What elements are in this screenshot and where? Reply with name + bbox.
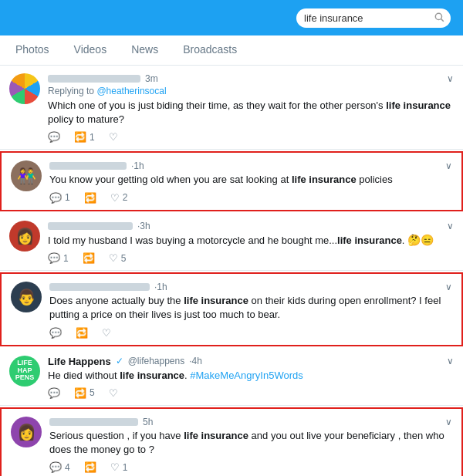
username-bar xyxy=(48,222,133,230)
like-action[interactable]: ♡5 xyxy=(109,252,127,264)
handle: @lifehappens xyxy=(128,356,185,366)
nav-tabs: Photos Videos News Broadcasts xyxy=(0,35,463,66)
tweet-content: 3m ∨ Replying to @heatherinsocal Which o… xyxy=(48,73,454,143)
tweet-row: 3m ∨ Replying to @heatherinsocal Which o… xyxy=(0,66,463,150)
chevron-down-icon[interactable]: ∨ xyxy=(445,282,452,292)
tweet-actions: 💬1 🔁 ♡2 xyxy=(49,192,452,204)
retweet-action[interactable]: 🔁1 xyxy=(74,131,95,143)
like-action[interactable]: ♡1 xyxy=(110,461,128,473)
like-action[interactable]: ♡2 xyxy=(110,192,128,204)
tweet-actions: 💬4 🔁 ♡1 xyxy=(49,461,452,473)
reply-action[interactable]: 💬 xyxy=(48,131,60,143)
tweet-row: LIFEHAPPENS Life Happens ✓ @lifehappens … xyxy=(0,348,463,406)
username-bar xyxy=(49,418,138,426)
tab-photos[interactable]: Photos xyxy=(12,35,52,65)
chevron-down-icon[interactable]: ∨ xyxy=(445,160,452,171)
tweet-row: 👩 ·3h ∨ I told my husband I was buying a… xyxy=(0,213,463,272)
reply-action[interactable]: 💬4 xyxy=(49,461,70,473)
retweet-action[interactable]: 🔁 xyxy=(76,327,88,339)
reply-action[interactable]: 💬 xyxy=(48,387,60,399)
tweet-actions: 💬1 🔁 ♡5 xyxy=(48,252,454,264)
avatar: LIFEHAPPENS xyxy=(9,356,40,387)
username-bar xyxy=(48,75,140,83)
chevron-down-icon[interactable]: ∨ xyxy=(447,356,454,366)
avatar: 👩 xyxy=(11,417,42,447)
chevron-down-icon[interactable]: ∨ xyxy=(445,417,452,427)
tweet-text: I told my husband I was buying a motorcy… xyxy=(48,233,454,248)
tweet-row: 👨 ·1h ∨ Does anyone actually buy the lif… xyxy=(0,272,463,346)
avatar: 👫 xyxy=(11,160,42,191)
tweet-actions: 💬 🔁1 ♡ xyxy=(48,131,454,143)
tweet-actions: 💬 🔁5 ♡ xyxy=(48,387,454,399)
verified-icon: ✓ xyxy=(116,356,123,366)
tweet-text: Does anyone actually buy the life insura… xyxy=(49,294,452,322)
chevron-down-icon[interactable]: ∨ xyxy=(447,221,454,231)
tab-broadcasts[interactable]: Broadcasts xyxy=(180,35,240,65)
username-bar xyxy=(49,162,127,170)
tweet-row: 👩 5h ∨ Serious question , if you have li… xyxy=(0,407,463,476)
reply-action[interactable]: 💬1 xyxy=(48,252,69,264)
reply-action[interactable]: 💬1 xyxy=(49,192,70,204)
tweet-feed: 3m ∨ Replying to @heatherinsocal Which o… xyxy=(0,66,463,476)
search-box[interactable] xyxy=(296,8,451,28)
tweet-text: Which one of you is just biding their ti… xyxy=(48,99,454,127)
tweet-time: ·4h xyxy=(189,356,202,366)
retweet-action[interactable]: 🔁 xyxy=(83,252,95,264)
tweet-text: Serious question , if you have life insu… xyxy=(49,429,452,457)
avatar xyxy=(9,73,40,104)
tweet-content: ·1h ∨ Does anyone actually buy the life … xyxy=(49,282,452,338)
search-icon[interactable] xyxy=(434,12,444,25)
tweet-content: ·1h ∨ You know your getting old when you… xyxy=(49,160,452,203)
tweet-time: ·1h xyxy=(131,160,144,171)
like-action[interactable]: ♡ xyxy=(102,327,111,339)
tweet-content: 5h ∨ Serious question , if you have life… xyxy=(49,417,452,473)
username-bar xyxy=(49,283,150,291)
tweet-time: 5h xyxy=(143,417,153,427)
tweet-content: ·3h ∨ I told my husband I was buying a m… xyxy=(48,221,454,265)
tweet-content: Life Happens ✓ @lifehappens ·4h ∨ He die… xyxy=(48,356,454,399)
search-input[interactable] xyxy=(304,12,434,24)
tweet-time: ·1h xyxy=(154,282,167,292)
avatar: 👨 xyxy=(11,282,42,312)
retweet-action[interactable]: 🔁 xyxy=(84,461,96,473)
like-action[interactable]: ♡ xyxy=(109,131,118,143)
svg-point-0 xyxy=(435,13,441,19)
chevron-down-icon[interactable]: ∨ xyxy=(447,73,454,84)
tweet-time: ·3h xyxy=(137,221,150,231)
reply-action[interactable]: 💬 xyxy=(49,327,62,339)
tab-videos[interactable]: Videos xyxy=(71,35,110,65)
tweet-text: You know your getting old when you are s… xyxy=(49,173,452,187)
reply-to-line: Replying to @heatherinsocal xyxy=(48,86,454,96)
tweet-time: 3m xyxy=(145,73,158,84)
tweet-text: He died without life insurance. #MakeMeA… xyxy=(48,369,454,383)
display-name: Life Happens xyxy=(48,356,111,367)
avatar: 👩 xyxy=(9,221,40,252)
like-action[interactable]: ♡ xyxy=(109,387,118,399)
top-bar xyxy=(0,0,463,35)
reply-to-link[interactable]: @heatherinsocal xyxy=(96,86,166,96)
tweet-actions: 💬 🔁 ♡ xyxy=(49,327,452,339)
retweet-action[interactable]: 🔁5 xyxy=(74,387,95,399)
tweet-row: 👫 ·1h ∨ You know your getting old when y… xyxy=(0,151,463,211)
svg-line-1 xyxy=(441,19,444,21)
tab-news[interactable]: News xyxy=(128,35,161,65)
retweet-action[interactable]: 🔁 xyxy=(84,192,96,204)
